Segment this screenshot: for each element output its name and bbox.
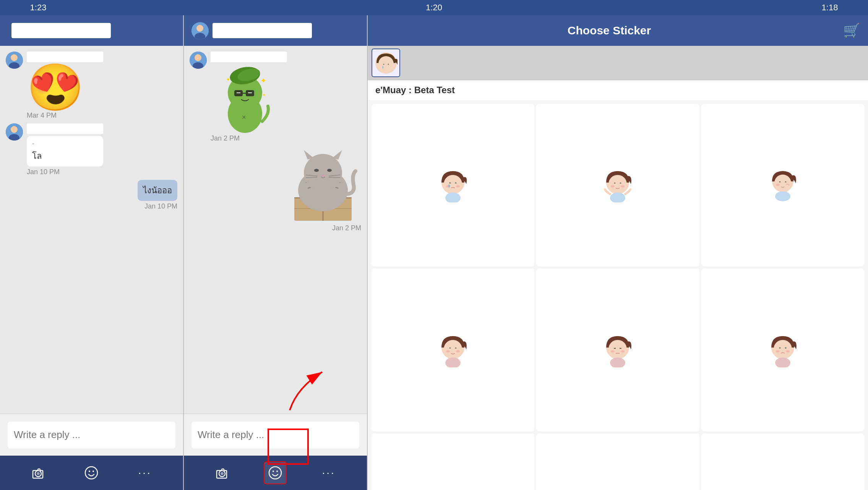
sticker-item[interactable] xyxy=(536,268,699,431)
svg-point-56 xyxy=(456,185,460,188)
mid-msg-content-1: ✦ ✦ ✦ × Jan 2 PM xyxy=(211,52,287,142)
mid-toolbar: ··· xyxy=(184,456,367,490)
mid-avatar xyxy=(191,22,209,39)
svg-point-70 xyxy=(444,340,462,358)
message-subtext: - xyxy=(32,140,98,148)
svg-point-86 xyxy=(775,357,790,367)
avatar-image xyxy=(6,52,23,69)
svg-point-60 xyxy=(611,185,615,188)
svg-point-68 xyxy=(786,185,789,188)
emoji-button-mid-highlighted[interactable] xyxy=(264,461,287,484)
svg-point-47 xyxy=(269,467,281,479)
mid-input-area xyxy=(184,414,367,456)
message-text: โล xyxy=(32,149,98,163)
svg-line-44 xyxy=(329,177,340,178)
svg-point-61 xyxy=(621,185,625,188)
mid-msg-timestamp-2: Jan 2 PM xyxy=(285,224,361,232)
mid-msg-timestamp-1: Jan 2 PM xyxy=(211,134,287,142)
message-bubble: - โล xyxy=(27,136,103,167)
svg-point-49 xyxy=(276,471,278,472)
pusheen-sticker xyxy=(285,146,361,223)
left-reply-input[interactable] xyxy=(8,422,175,448)
green-cat-sticker: ✦ ✦ ✦ × xyxy=(211,64,279,133)
svg-point-84 xyxy=(776,350,780,353)
camera-button-mid[interactable] xyxy=(211,461,234,484)
svg-point-67 xyxy=(775,191,790,201)
sticker-panel: Choose Sticker 🛒 xyxy=(368,15,868,490)
camera-button[interactable] xyxy=(27,461,50,484)
svg-point-15 xyxy=(195,54,201,61)
svg-point-59 xyxy=(608,175,627,193)
message-row: 😍 Mar 4 PM xyxy=(6,52,177,120)
mid-sender-name-bar xyxy=(211,52,287,62)
mid-reply-input[interactable] xyxy=(191,422,359,448)
svg-point-79 xyxy=(621,350,625,353)
sticker-item[interactable] xyxy=(372,433,534,490)
mid-contact-name xyxy=(213,23,312,38)
svg-point-4 xyxy=(11,126,18,133)
message-content: - โล Jan 10 PM xyxy=(27,123,103,176)
sender-name-bar xyxy=(27,52,103,62)
mid-msg-avatar xyxy=(190,52,207,69)
sticker-item[interactable] xyxy=(372,268,534,431)
svg-point-46 xyxy=(221,472,224,475)
svg-point-38 xyxy=(314,169,319,172)
svg-point-35 xyxy=(304,154,342,192)
time-left: 1:23 xyxy=(23,3,54,13)
sticker-item[interactable] xyxy=(701,433,864,490)
emoji-button-left[interactable] xyxy=(80,461,103,484)
sticker-item[interactable] xyxy=(536,433,699,490)
svg-marker-37 xyxy=(333,150,342,160)
mid-msg-avatar-image xyxy=(190,52,207,69)
svg-point-62 xyxy=(610,192,625,202)
sender-name-bar xyxy=(27,123,103,134)
svg-point-57 xyxy=(445,192,461,202)
svg-text:✦: ✦ xyxy=(260,76,267,85)
left-toolbar: ··· xyxy=(0,456,183,490)
sticker-item[interactable] xyxy=(701,268,864,431)
svg-marker-36 xyxy=(304,150,313,160)
message-timestamp: Jan 10 PM xyxy=(27,168,103,176)
svg-point-85 xyxy=(786,350,790,353)
mid-chat-body: ✦ ✦ ✦ × Jan 2 PM xyxy=(184,46,367,414)
svg-point-65 xyxy=(776,184,780,186)
svg-point-53 xyxy=(444,175,462,193)
left-contact-name xyxy=(11,23,111,38)
sticker-grid xyxy=(368,100,868,490)
cart-button[interactable]: 🛒 xyxy=(843,23,860,39)
message-content-own: ไงน้อออ Jan 10 PM xyxy=(138,180,177,210)
svg-point-39 xyxy=(327,169,332,172)
main-area: 😍 Mar 4 PM xyxy=(0,15,868,490)
sticker-item[interactable] xyxy=(701,104,864,267)
svg-point-81 xyxy=(610,357,625,367)
mid-message-row-1: ✦ ✦ ✦ × Jan 2 PM xyxy=(190,52,361,142)
svg-point-1 xyxy=(11,54,18,61)
sticker-item[interactable] xyxy=(536,104,699,267)
own-timestamp: Jan 10 PM xyxy=(138,202,177,210)
left-input-area xyxy=(0,414,183,456)
sticker-tab-active[interactable] xyxy=(372,49,400,77)
more-button-mid[interactable]: ··· xyxy=(317,461,340,484)
message-timestamp: Mar 4 PM xyxy=(27,112,103,120)
message-row-own: ไงน้อออ Jan 10 PM xyxy=(6,180,177,210)
svg-point-51 xyxy=(378,56,394,71)
status-bar: 1:23 1:20 1:18 xyxy=(0,0,868,15)
time-right: 1:18 xyxy=(814,3,845,13)
svg-text:×: × xyxy=(242,113,246,121)
svg-point-71 xyxy=(446,350,450,353)
svg-point-55 xyxy=(446,185,450,188)
svg-point-40 xyxy=(321,175,325,177)
mid-chat-panel: ✦ ✦ ✦ × Jan 2 PM xyxy=(184,15,367,490)
avatar-image xyxy=(6,123,23,141)
svg-point-83 xyxy=(774,340,792,358)
sticker-item[interactable] xyxy=(372,104,534,267)
time-mid: 1:20 xyxy=(419,3,449,13)
mid-message-row-2: Jan 2 PM xyxy=(190,146,361,232)
more-button-left[interactable]: ··· xyxy=(133,461,156,484)
message-row: - โล Jan 10 PM xyxy=(6,123,177,176)
sticker-pack-name: e'Muay : Beta Test xyxy=(368,80,868,100)
svg-point-48 xyxy=(273,471,274,472)
own-bubble: ไงน้อออ xyxy=(138,180,177,201)
emoji-sticker: 😍 xyxy=(27,64,103,110)
svg-point-10 xyxy=(92,471,94,472)
